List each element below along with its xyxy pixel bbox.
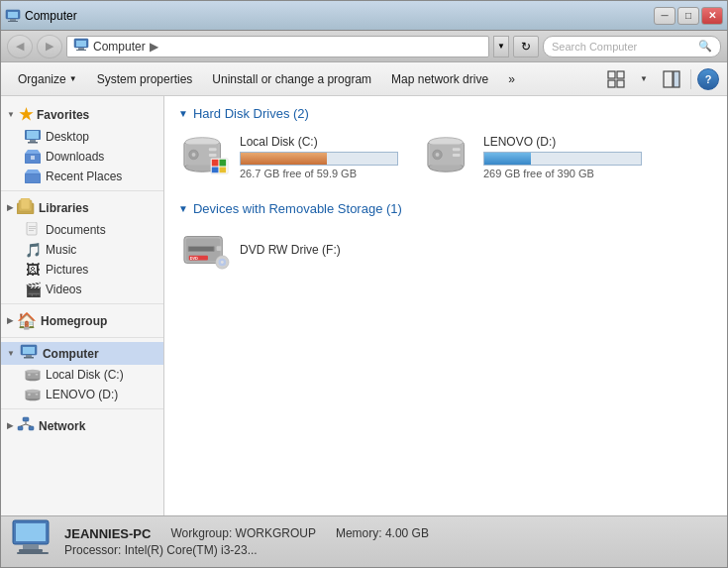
organize-dropdown-icon: ▼ [69,74,77,83]
network-label: Network [39,419,85,433]
title-bar-left: Computer [5,8,77,24]
view-dropdown-button[interactable]: ▼ [631,67,657,91]
drives-grid: Local Disk (C:) 26.7 GB free of 59.9 GB [178,131,713,183]
computer-expand-icon: ▼ [7,349,15,358]
toolbar: Organize ▼ System properties Uninstall o… [1,62,727,96]
sidebar-favorites-header[interactable]: ▼ ★ Favorites [1,102,163,127]
svg-point-80 [221,261,224,264]
sidebar-item-documents[interactable]: Documents [1,220,163,240]
svg-rect-44 [23,417,29,421]
sidebar-section-network: ▶ Network [1,413,163,438]
sidebar-computer-header[interactable]: ▼ Computer [1,342,163,365]
sidebar-item-pictures[interactable]: 🖼 Pictures [1,260,163,280]
search-placeholder: Search Computer [552,41,637,53]
svg-point-36 [26,370,40,374]
status-computer-name: JEANNIES-PC [64,526,151,541]
favorites-star-icon: ★ [19,105,33,124]
sidebar-network-header[interactable]: ▶ Network [1,413,163,438]
libraries-icon [17,198,35,217]
address-path[interactable]: Computer ▶ [66,36,489,57]
window: Computer ─ □ ✕ ◀ ▶ Computer ▶ ▼ ↻ [0,0,728,568]
maximize-button[interactable]: □ [677,7,699,25]
minimize-button[interactable]: ─ [654,7,676,25]
toolbar-separator [690,69,691,89]
sidebar-item-videos[interactable]: 🎬 Videos [1,280,163,299]
organize-button[interactable]: Organize ▼ [9,66,86,92]
sidebar-item-lenovo-d[interactable]: LENOVO (D:) [1,385,163,404]
status-row-1: JEANNIES-PC Workgroup: WORKGROUP Memory:… [64,526,429,541]
svg-point-38 [28,374,31,377]
svg-line-48 [21,424,27,426]
drive-d-name: LENOVO (D:) [483,135,642,149]
drive-d-info: LENOVO (D:) 269 GB free of 390 GB [483,135,642,179]
sidebar-libraries-header[interactable]: ▶ Libraries [1,195,163,220]
svg-rect-16 [30,140,36,142]
search-box[interactable]: Search Computer 🔍 [543,36,721,57]
sidebar-item-recent-places[interactable]: Recent Places [1,167,163,186]
svg-marker-22 [25,170,41,173]
help-button[interactable]: ? [697,68,719,90]
sidebar-item-desktop[interactable]: Desktop [1,127,163,147]
close-button[interactable]: ✕ [701,7,723,25]
svg-rect-1 [8,12,18,18]
drive-c-name: Local Disk (C:) [240,135,398,149]
sidebar-item-music[interactable]: 🎵 Music [1,240,163,260]
status-workgroup: Workgroup: WORKGROUP [170,526,315,541]
svg-rect-33 [24,357,34,359]
svg-rect-21 [25,173,41,183]
svg-rect-42 [36,394,39,395]
music-icon: 🎵 [25,242,41,258]
svg-text:DVD: DVD [190,257,198,261]
svg-rect-82 [16,523,46,541]
desktop-icon [25,129,41,145]
svg-marker-19 [25,150,41,154]
uninstall-button[interactable]: Uninstall or change a program [203,66,380,92]
refresh-button[interactable]: ↻ [513,36,539,57]
sidebar-item-downloads[interactable]: Downloads [1,147,163,167]
svg-point-41 [26,390,40,394]
map-network-button[interactable]: Map network drive [382,66,497,92]
forward-button[interactable]: ▶ [37,35,62,58]
svg-line-49 [26,424,32,426]
status-processor: Processor: Intel(R) Core(TM) i3-23... [64,543,258,557]
local-disk-icon [25,367,41,383]
svg-rect-60 [219,160,226,167]
address-dropdown-button[interactable]: ▼ [493,36,509,57]
system-properties-button[interactable]: System properties [88,66,202,92]
title-bar: Computer ─ □ ✕ [1,1,727,31]
main-panel: ▼ Hard Disk Drives (2) [164,96,727,515]
dvd-drive-item[interactable]: DVD DVD RW Drive (F:) [178,226,713,274]
music-label: Music [46,243,76,257]
computer-icon [20,344,38,363]
computer-label: Computer [43,347,99,361]
sidebar-section-homegroup: ▶ 🏠 Homegroup [1,308,163,333]
drive-item-c[interactable]: Local Disk (C:) 26.7 GB free of 59.9 GB [178,131,402,183]
address-bar: ◀ ▶ Computer ▶ ▼ ↻ Search Computer 🔍 [1,31,727,62]
svg-rect-32 [26,355,32,357]
svg-rect-62 [219,167,226,172]
svg-rect-61 [212,167,219,172]
title-bar-text: Computer [25,9,77,23]
sidebar-homegroup-header[interactable]: ▶ 🏠 Homegroup [1,308,163,333]
svg-rect-9 [617,71,624,78]
svg-point-43 [28,394,31,397]
search-icon: 🔍 [698,40,712,53]
drive-d-icon [426,135,473,174]
removable-section-header: ▼ Devices with Removable Storage (1) [178,201,713,216]
svg-rect-46 [29,426,34,430]
sidebar-item-local-disk[interactable]: Local Disk (C:) [1,365,163,385]
address-text: Computer [93,40,146,54]
svg-rect-2 [10,19,16,21]
drive-item-d[interactable]: LENOVO (D:) 269 GB free of 390 GB [422,131,646,183]
status-memory: Memory: 4.00 GB [336,526,429,541]
svg-rect-11 [617,80,624,87]
local-disk-label: Local Disk (C:) [46,368,124,382]
view-toggle-button[interactable] [603,67,629,91]
more-button[interactable]: » [499,66,524,92]
back-button[interactable]: ◀ [7,35,33,58]
hard-disk-expand-icon: ▼ [178,108,188,119]
drive-d-free: 269 GB free of 390 GB [483,168,642,179]
network-expand-icon: ▶ [7,421,13,430]
drive-d-bar [483,152,642,166]
preview-pane-button[interactable] [659,67,684,91]
